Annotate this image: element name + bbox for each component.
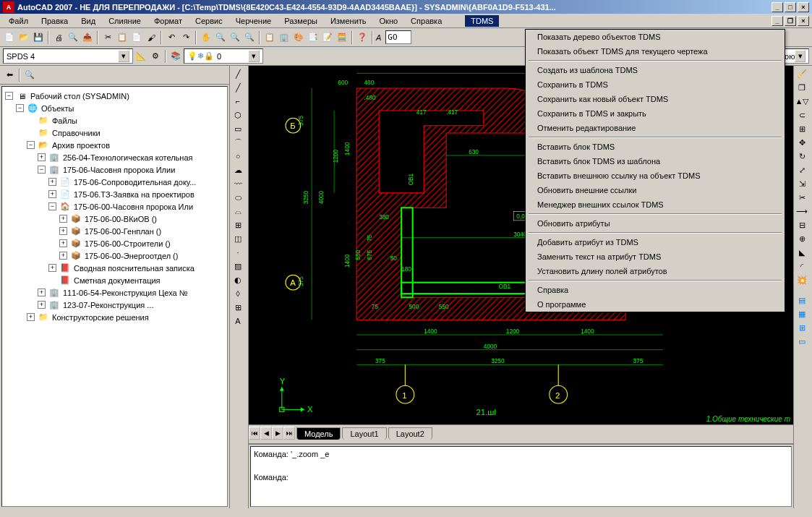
layer-combo[interactable]: 💡❄🔒 0 ▾ [184,48,263,64]
layer-manager-icon[interactable]: 📚 [169,50,182,63]
object-tree[interactable]: −🖥Рабочий стол (SYSADMIN) −🌐Объекты 📁Фай… [1,86,228,507]
menu-edit[interactable]: Правка [35,15,74,27]
minimize-button[interactable]: _ [772,2,783,12]
design-center-icon[interactable]: 🏢 [278,31,291,44]
maximize-button[interactable]: □ [785,2,796,12]
tree-refs[interactable]: 📁Справочники [5,127,224,139]
stretch-icon[interactable]: ⇲ [795,177,808,190]
tdms-menu-item[interactable]: Добавить атрибут из TDMS [526,235,785,249]
spds-1-icon[interactable]: ▤ [795,294,808,307]
arc-icon[interactable]: ⌒ [231,136,244,149]
block-icon[interactable]: ◫ [231,232,244,245]
array-icon[interactable]: ⊞ [795,122,808,135]
table-icon[interactable]: ⊞ [231,301,244,314]
polyline-icon[interactable]: ⌐ [231,95,244,108]
circle-icon[interactable]: ○ [231,150,244,163]
tdms-menu-item[interactable]: Вставить блок TDMS [526,140,785,154]
menu-help[interactable]: Справка [405,15,448,27]
tree-p2b[interactable]: +📄175-06.ТЗ-Заявка на проектиров [5,188,224,200]
xline-icon[interactable]: ╱ [231,81,244,94]
tab-layout2[interactable]: Layout2 [388,427,432,440]
tab-next[interactable]: ▶ [272,427,283,440]
tdms-menu-item[interactable]: Отменить редактирование [526,121,785,135]
spds-4-icon[interactable]: ▭ [795,335,808,348]
tdms-menu-item[interactable]: Менеджер внешних ссылок TDMS [526,197,785,212]
tree-p3[interactable]: +🏢111-06-54-Реконструкция Цеха № [5,286,224,299]
chamfer-icon[interactable]: ◣ [795,246,808,259]
print-preview-icon[interactable]: 🔍 [67,31,80,44]
tree-p2c[interactable]: −🏠175-06-00-Часовня пророка Или [5,200,224,213]
tab-layout1[interactable]: Layout1 [342,427,386,440]
properties-icon[interactable]: 📋 [263,31,276,44]
tab-model[interactable]: Модель [296,427,341,440]
fillet-icon[interactable]: ◜ [795,260,808,273]
close-button[interactable]: × [798,2,809,12]
command-history[interactable]: Команда: '_.zoom _e Команда: [250,446,792,507]
tdms-menu-item[interactable]: Вставить блок TDMS из шаблона [526,154,785,168]
menu-view[interactable]: Вид [75,15,101,27]
polygon-icon[interactable]: ⬡ [231,108,244,121]
tdms-menu-item[interactable]: Обновить внешние ссылки [526,183,785,197]
tree-p2c2[interactable]: +📦175-06-00-Генплан () [5,225,224,237]
offset-icon[interactable]: ⊂ [795,108,808,121]
line-icon[interactable]: ╱ [231,67,244,80]
zoom-rt-icon[interactable]: 🔍 [214,31,227,44]
spds-3-icon[interactable]: ⊞ [795,321,808,334]
tree-constr[interactable]: +📁Конструкторские решения [5,311,224,323]
mdi-close[interactable]: × [798,16,809,26]
pan-icon[interactable]: ✋ [200,31,213,44]
menu-tdms[interactable]: TDMS [465,15,499,27]
tdms-menu-item[interactable]: Показать объект TDMS для текущего чертеж… [526,44,785,59]
scale-icon[interactable]: ⤢ [795,163,808,176]
mirror-icon[interactable]: ▲▽ [795,95,808,108]
tdms-menu-item[interactable]: Показать дерево объектов TDMS [526,30,785,44]
tree-objects[interactable]: −🌐Объекты [5,102,224,114]
help-icon[interactable]: ❓ [356,31,369,44]
mtext-icon[interactable]: A [231,315,244,328]
print-icon[interactable]: 🖨 [52,31,65,44]
copy-icon[interactable]: 📋 [116,31,129,44]
tab-prev[interactable]: ◀ [260,427,272,440]
erase-icon[interactable]: 🧹 [795,67,808,80]
insert-icon[interactable]: ⊞ [231,218,244,231]
tab-first[interactable]: ⏮ [249,427,260,440]
menu-draw[interactable]: Черчение [230,15,278,27]
tree-p2e[interactable]: 📕Сметная документация [5,274,224,286]
tree-search-icon[interactable]: 🔍 [23,69,36,82]
style-btn-2[interactable]: ⚙ [149,50,162,63]
rotate-icon[interactable]: ↻ [795,150,808,163]
zoom-prev-icon[interactable]: 🔍 [243,31,256,44]
new-icon[interactable]: 📄 [3,31,16,44]
rectangle-icon[interactable]: ▭ [231,122,244,135]
zoom-win-icon[interactable]: 🔍 [228,31,242,44]
tdms-menu-item[interactable]: Создать из шаблона TDMS [526,63,785,77]
join-icon[interactable]: ⊕ [795,232,808,245]
menu-merge[interactable]: Слияние [103,15,147,27]
spds-2-icon[interactable]: ▦ [795,307,808,320]
tree-p2c3[interactable]: +📦175-06-00-Строители () [5,237,224,249]
open-icon[interactable]: 📂 [17,31,30,44]
tab-last[interactable]: ⏭ [283,427,295,440]
revcloud-icon[interactable]: ☁ [231,163,244,176]
publish-icon[interactable]: 📤 [81,31,94,44]
break-icon[interactable]: ⊟ [795,218,808,231]
tdms-menu-item[interactable]: Справка [526,283,785,297]
ellipse-icon[interactable]: ⬭ [231,191,244,204]
tree-archive[interactable]: −📂Архив проектов [5,139,224,151]
tool-palettes-icon[interactable]: 🎨 [292,31,305,44]
cut-icon[interactable]: ✂ [101,31,114,44]
tree-back-icon[interactable]: ⬅ [3,69,16,82]
gradient-icon[interactable]: ◐ [231,273,244,286]
tdms-menu-item[interactable]: Сохранить в TDMS [526,77,785,92]
save-icon[interactable]: 💾 [32,31,45,44]
ellipse-arc-icon[interactable]: ⌓ [231,205,244,218]
menu-modify[interactable]: Изменить [325,15,372,27]
tree-p1[interactable]: +🏢256-04-Технологическая котельная [5,151,224,163]
tdms-menu-item[interactable]: Установить длину полей атрибутов [526,264,785,278]
region-icon[interactable]: ◊ [231,287,244,300]
spline-icon[interactable]: 〰 [231,177,244,190]
menu-dimensions[interactable]: Размеры [278,15,323,27]
menu-file[interactable]: Файл [3,15,34,27]
match-icon[interactable]: 🖌 [145,31,158,44]
redo-icon[interactable]: ↷ [179,31,192,44]
